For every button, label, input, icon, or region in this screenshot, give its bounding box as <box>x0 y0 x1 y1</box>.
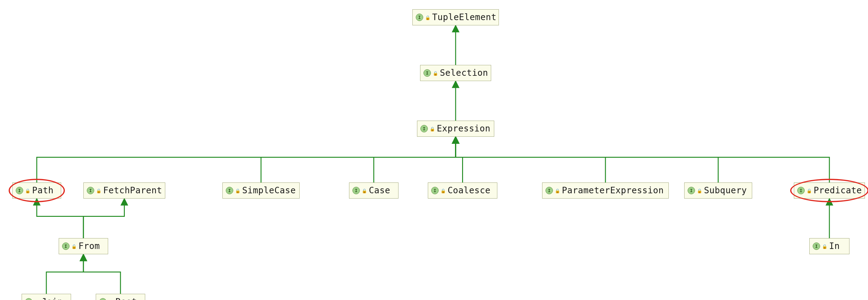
class-node-in[interactable]: I🔒In <box>809 238 849 254</box>
class-label: Case <box>369 186 390 195</box>
class-label: Subquery <box>704 186 747 195</box>
lock-icon: 🔒 <box>425 16 430 20</box>
lock-icon: 🔒 <box>235 189 240 193</box>
class-label: Join <box>41 297 63 300</box>
class-node-expression[interactable]: I🔒Expression <box>417 120 494 137</box>
interface-badge-icon: I <box>99 298 106 300</box>
class-node-parameterexpression[interactable]: I🔒ParameterExpression <box>542 183 669 198</box>
class-label: Predicate <box>814 186 862 195</box>
inheritance-edge <box>456 137 463 183</box>
class-node-selection[interactable]: I🔒Selection <box>420 65 491 81</box>
lock-icon: 🔒 <box>440 189 446 193</box>
class-label: ParameterExpression <box>562 186 664 195</box>
class-label: SimpleCase <box>242 186 296 195</box>
interface-badge-icon: I <box>421 125 428 132</box>
lock-icon: 🔒 <box>807 189 812 193</box>
lock-icon: 🔒 <box>697 189 702 193</box>
interface-badge-icon: I <box>688 187 695 194</box>
class-node-subquery[interactable]: I🔒Subquery <box>684 183 752 198</box>
inheritance-edge <box>261 137 456 183</box>
class-node-simplecase[interactable]: I🔒SimpleCase <box>222 183 300 198</box>
class-node-coalesce[interactable]: I🔒Coalesce <box>428 183 497 198</box>
interface-badge-icon: I <box>87 187 94 194</box>
interface-badge-icon: I <box>25 298 32 300</box>
inheritance-edge <box>456 137 829 183</box>
class-node-root[interactable]: I🔒Root <box>96 294 145 300</box>
lock-icon: 🔒 <box>433 71 438 76</box>
interface-badge-icon: I <box>16 187 23 194</box>
interface-badge-icon: I <box>424 69 431 77</box>
edge-layer <box>0 0 868 300</box>
inheritance-edge <box>84 198 124 238</box>
lock-icon: 🔒 <box>25 189 30 193</box>
class-label: Root <box>116 297 137 300</box>
interface-badge-icon: I <box>352 187 360 194</box>
inheritance-edge <box>84 254 121 294</box>
interface-badge-icon: I <box>226 187 233 194</box>
inheritance-edge <box>37 198 84 238</box>
inheritance-edge <box>456 137 606 183</box>
class-label: TupleElement <box>432 12 496 22</box>
class-label: From <box>79 241 100 251</box>
lock-icon: 🔒 <box>555 189 560 193</box>
class-label: Expression <box>437 124 491 134</box>
class-label: FetchParent <box>103 186 162 195</box>
lock-icon: 🔒 <box>71 244 76 249</box>
class-node-tupleelement[interactable]: I🔒TupleElement <box>412 9 499 25</box>
class-label: Selection <box>440 68 488 78</box>
class-node-join[interactable]: I🔒Join <box>22 294 71 300</box>
class-label: Path <box>32 186 54 195</box>
class-node-from[interactable]: I🔒From <box>59 238 108 254</box>
class-node-predicate[interactable]: I🔒Predicate <box>794 183 865 198</box>
interface-badge-icon: I <box>813 243 820 250</box>
class-node-path[interactable]: I🔒Path <box>12 183 61 198</box>
interface-badge-icon: I <box>546 187 553 194</box>
lock-icon: 🔒 <box>362 189 367 193</box>
interface-badge-icon: I <box>416 13 423 21</box>
lock-icon: 🔒 <box>430 127 435 131</box>
inheritance-edge <box>46 254 84 294</box>
interface-badge-icon: I <box>62 243 69 250</box>
inheritance-edge <box>37 137 456 183</box>
class-label: Coalesce <box>447 186 491 195</box>
lock-icon: 🔒 <box>96 189 101 193</box>
class-node-fetchparent[interactable]: I🔒FetchParent <box>84 183 165 198</box>
lock-icon: 🔒 <box>822 244 827 249</box>
interface-badge-icon: I <box>797 187 805 194</box>
class-label: In <box>829 241 840 251</box>
class-node-case[interactable]: I🔒Case <box>349 183 399 198</box>
inheritance-edge <box>456 137 718 183</box>
inheritance-edge <box>374 137 456 183</box>
interface-badge-icon: I <box>431 187 439 194</box>
